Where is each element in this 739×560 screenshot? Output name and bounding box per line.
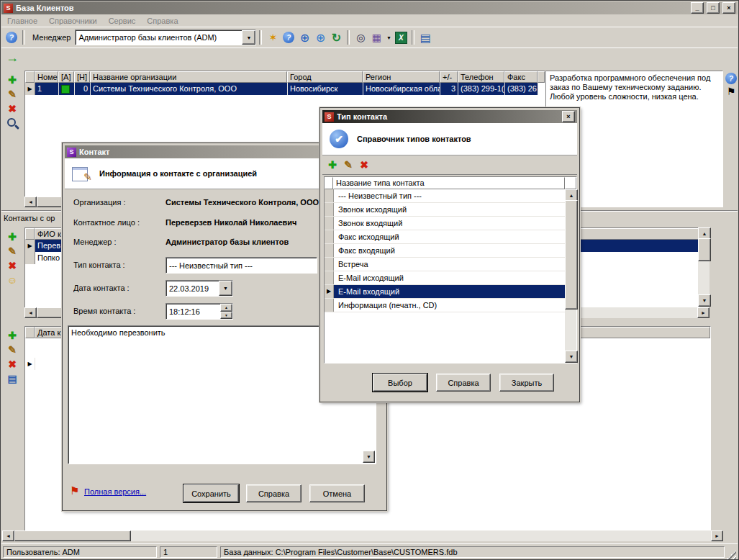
- maximize-button[interactable]: □: [707, 2, 720, 14]
- add-icon[interactable]: ✚: [326, 158, 339, 171]
- edit-icon[interactable]: ✎: [5, 87, 19, 101]
- scroll-left-icon[interactable]: ◄: [24, 307, 37, 318]
- list-header[interactable]: Название типа контакта: [325, 177, 576, 189]
- star-icon[interactable]: ✶: [265, 30, 281, 45]
- list-item[interactable]: Факс входящий: [325, 244, 565, 258]
- list-item[interactable]: Звонок входящий: [325, 217, 565, 230]
- window-titlebar[interactable]: S База Клиентов _ □ ×: [1, 1, 738, 14]
- add-icon[interactable]: ✚: [5, 328, 19, 343]
- excel-export-icon[interactable]: X: [393, 30, 409, 45]
- globe-icon[interactable]: ⊕: [296, 30, 312, 45]
- bottom-hscrollbar[interactable]: ◄ ►: [2, 530, 723, 541]
- close-button[interactable]: ×: [722, 2, 735, 14]
- col-number[interactable]: Номер: [35, 71, 58, 83]
- row-marker-icon: ▶: [325, 285, 334, 298]
- chevron-down-icon[interactable]: ▼: [242, 30, 255, 45]
- smiley-icon[interactable]: ☺: [5, 273, 19, 287]
- list-item[interactable]: Звонок исходящий: [325, 203, 565, 217]
- menu-directories[interactable]: Справочники: [43, 15, 103, 27]
- toolbar-separator: [22, 30, 25, 45]
- contact-date-picker[interactable]: 22.03.2019 ▼: [166, 280, 233, 297]
- col-region[interactable]: Регион: [363, 71, 440, 83]
- globe-share-icon[interactable]: ⊕: [312, 30, 328, 45]
- close-button[interactable]: ×: [562, 111, 575, 122]
- chart-icon[interactable]: ▦: [368, 30, 384, 45]
- col-org-name[interactable]: Название организации: [90, 71, 287, 83]
- scroll-right-icon[interactable]: ►: [697, 307, 709, 318]
- select-button[interactable]: Выбор: [373, 374, 427, 392]
- menu-main[interactable]: Главное: [1, 15, 43, 27]
- menu-help[interactable]: Справка: [141, 15, 183, 27]
- col-phone[interactable]: Телефон: [458, 71, 504, 83]
- contact-type-list[interactable]: Название типа контакта --- Неизвестный т…: [324, 176, 577, 363]
- scrollbar-thumb[interactable]: [565, 200, 578, 310]
- col-city[interactable]: Город: [287, 71, 363, 83]
- organizations-table-header[interactable]: Номер [А] [Н] Название организации Город…: [25, 71, 545, 83]
- col-a[interactable]: [А]: [58, 71, 74, 83]
- delete-icon[interactable]: ✖: [5, 101, 19, 116]
- add-icon[interactable]: ✚: [5, 230, 19, 244]
- edit-icon[interactable]: ✎: [5, 244, 19, 258]
- add-icon[interactable]: ✚: [5, 73, 19, 87]
- col-n[interactable]: [Н]: [74, 71, 90, 83]
- list-item[interactable]: Факс исходящий: [325, 230, 565, 244]
- full-version-link[interactable]: Полная версия...: [84, 487, 171, 496]
- help-button[interactable]: Справка: [436, 374, 491, 392]
- search-icon[interactable]: [5, 116, 19, 130]
- scroll-right-icon[interactable]: ►: [711, 530, 723, 541]
- table-row[interactable]: ▶ 1 0 Системы Технического Контроля, ООО…: [25, 83, 545, 95]
- scroll-left-icon[interactable]: ◄: [2, 530, 14, 541]
- chevron-down-icon[interactable]: ▼: [219, 281, 232, 296]
- scrollbar-thumb[interactable]: [14, 530, 131, 541]
- info-icon[interactable]: ?: [725, 72, 738, 85]
- list-item[interactable]: Встреча: [325, 258, 565, 271]
- list-item[interactable]: --- Неизвестный тип ---: [325, 189, 565, 203]
- close-dialog-button[interactable]: Закрыть: [499, 374, 554, 392]
- contact-time-stepper[interactable]: 18:12:16 ▲ ▼: [166, 303, 233, 320]
- flag-icon[interactable]: ⚑: [725, 85, 738, 98]
- help-icon[interactable]: ?: [4, 30, 19, 45]
- list-item[interactable]: E-Mail исходящий: [325, 271, 565, 285]
- spinner-down-icon[interactable]: ▼: [220, 312, 232, 320]
- cell-region: Новосибирская обла: [363, 83, 440, 95]
- contact-type-combobox[interactable]: --- Неизвестный тип ---: [166, 257, 317, 274]
- edit-icon[interactable]: ✎: [5, 343, 19, 357]
- report-icon[interactable]: ▤: [417, 30, 433, 45]
- list-vscrollbar[interactable]: ▲ ▼: [565, 189, 576, 363]
- minimize-button[interactable]: _: [691, 2, 704, 14]
- contacts-vscrollbar[interactable]: ▲ ▼: [698, 227, 709, 307]
- scroll-down-icon[interactable]: ▼: [565, 351, 578, 363]
- scroll-down-icon[interactable]: ▼: [363, 451, 375, 463]
- org-toolbar: ✚ ✎ ✖: [5, 73, 19, 130]
- scrollbar-thumb[interactable]: [698, 238, 711, 261]
- row-marker-icon: ▶: [25, 240, 35, 252]
- binoculars-icon[interactable]: ◎: [353, 30, 368, 45]
- manager-combobox[interactable]: Администратор базы клиентов (ADM) ▼: [75, 30, 256, 45]
- save-button[interactable]: Сохранить: [183, 484, 239, 502]
- toolbar-dropdown-icon[interactable]: ▼: [384, 30, 393, 45]
- list-body[interactable]: --- Неизвестный тип --- Звонок исходящий…: [325, 189, 565, 363]
- list-header-label[interactable]: Название типа контакта: [333, 177, 565, 189]
- resize-grip[interactable]: [727, 550, 736, 559]
- scroll-down-icon[interactable]: ▼: [698, 294, 711, 307]
- col-fax[interactable]: Факс: [504, 71, 538, 83]
- help-globe-icon[interactable]: ?: [281, 30, 296, 45]
- go-arrow-icon[interactable]: →: [4, 50, 20, 66]
- edit-icon[interactable]: ✎: [342, 158, 355, 171]
- col-plusminus[interactable]: +/-: [440, 71, 458, 83]
- refresh-icon[interactable]: ↻: [328, 30, 344, 45]
- delete-icon[interactable]: ✖: [358, 158, 371, 171]
- cancel-button[interactable]: Отмена: [309, 484, 365, 502]
- delete-icon[interactable]: ✖: [5, 258, 19, 273]
- spinner-up-icon[interactable]: ▲: [220, 304, 232, 312]
- report-icon[interactable]: ▤: [5, 371, 19, 386]
- list-item[interactable]: Информация (печатн., CD): [325, 299, 565, 312]
- menu-service[interactable]: Сервис: [103, 15, 142, 27]
- delete-icon[interactable]: ✖: [5, 357, 19, 371]
- scroll-left-icon[interactable]: ◄: [24, 197, 37, 207]
- list-item-selected[interactable]: ▶E-Mail входящий: [325, 285, 565, 299]
- window-title: База Клиентов: [16, 4, 688, 12]
- help-button[interactable]: Справка: [246, 484, 302, 502]
- type-dialog-titlebar[interactable]: S Тип контакта ×: [322, 110, 577, 123]
- contact-dialog-header-text: Информация о контакте с организацией: [99, 169, 257, 178]
